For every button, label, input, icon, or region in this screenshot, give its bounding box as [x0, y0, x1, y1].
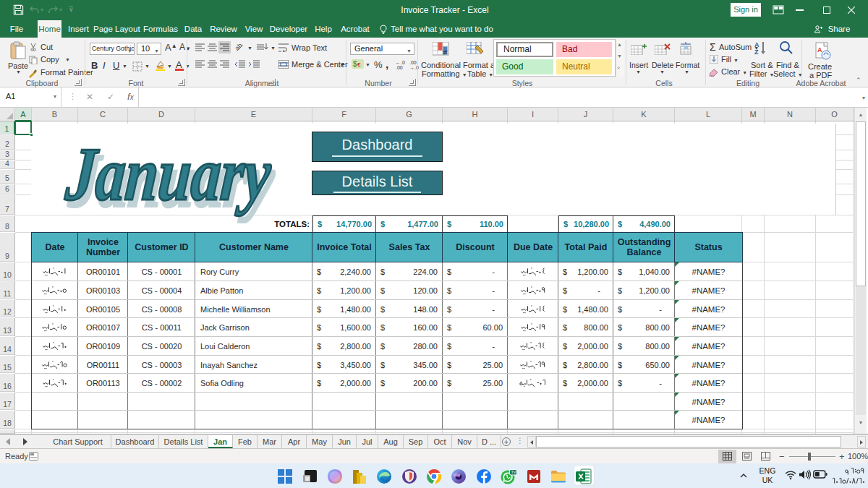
svg-text:.00: .00 — [409, 60, 417, 65]
svg-text:January: January — [62, 133, 274, 215]
svg-text:A: A — [754, 41, 760, 48]
svg-text:.00: .00 — [396, 65, 403, 69]
svg-text:€: € — [357, 61, 361, 68]
svg-text:ab: ab — [235, 42, 244, 52]
svg-text:←.0: ←.0 — [396, 60, 405, 65]
svg-text:≠: ≠ — [443, 48, 447, 56]
svg-text:A: A — [817, 46, 822, 53]
svg-text:Z: Z — [754, 48, 759, 55]
svg-text:TV: TV — [511, 470, 516, 474]
